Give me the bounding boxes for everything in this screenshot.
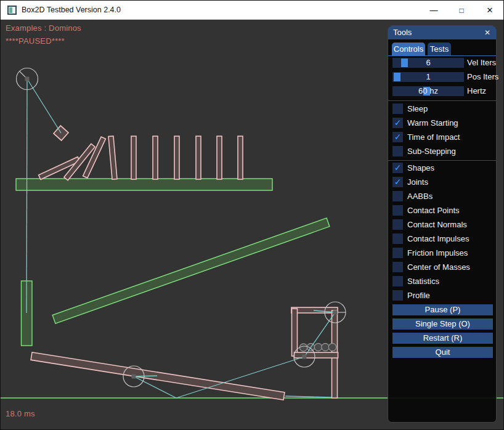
seesaw-plank[interactable] [31, 352, 285, 400]
checkbox-label: Center of Masses [407, 262, 470, 272]
slider-row-vel-iters: 6Vel Iters [388, 58, 496, 68]
app-window: Box2D Testbed Version 2.4.0 — □ ✕ [0, 0, 504, 430]
checkbox-box-sleep[interactable] [392, 103, 403, 114]
checkbox-box-sub-stepping[interactable] [392, 146, 403, 156]
anchor-seesaw [132, 375, 136, 379]
checkbox-box-time-of-impact[interactable]: ✓ [392, 132, 403, 142]
window-title: Box2D Testbed Version 2.4.0 [22, 6, 121, 14]
checkbox-box-center-of-masses[interactable] [392, 262, 403, 272]
window-titlebar[interactable]: Box2D Testbed Version 2.4.0 — □ ✕ [1, 1, 503, 20]
checkbox-box-contact-points[interactable] [392, 205, 403, 216]
checkbox-box-profile[interactable] [392, 290, 403, 301]
slider-label: Hertz [467, 86, 486, 96]
ball-4[interactable] [322, 343, 329, 351]
app-icon [7, 6, 17, 15]
checkbox-box-shapes[interactable]: ✓ [392, 163, 403, 173]
button-restart-r[interactable]: Restart (R) [392, 333, 493, 344]
joint-pendulum-box [27, 79, 61, 133]
domino-7[interactable] [238, 136, 243, 179]
checkbox-joints[interactable]: ✓Joints [388, 177, 496, 188]
simulation-canvas[interactable]: Examples : Dominos ****PAUSED**** 18.0 m… [1, 20, 504, 430]
checkbox-box-contact-normals[interactable] [392, 219, 403, 230]
slider-label: Vel Iters [467, 58, 496, 68]
slider-row-hertz: 60 hzHertz [388, 86, 496, 97]
checkbox-time-of-impact[interactable]: ✓Time of Impact [388, 132, 496, 143]
checkbox-label: Contact Points [407, 206, 460, 215]
tools-panel-titlebar[interactable]: Tools ✕ [388, 26, 496, 39]
domino-4[interactable] [174, 136, 179, 179]
checkbox-label: Contact Impulses [407, 234, 469, 243]
tools-panel-title: Tools [393, 28, 412, 37]
tools-panel: Tools ✕ Controls Tests 6Vel Iters1Pos It… [388, 25, 497, 423]
slider-hertz[interactable]: 60 hz [392, 86, 464, 96]
slider-value: 60 hz [392, 86, 464, 96]
anchor-top-left [25, 77, 30, 81]
checkbox-box-joints[interactable]: ✓ [392, 177, 403, 187]
checkbox-statistics[interactable]: Statistics [388, 276, 496, 287]
slider-value: 1 [392, 72, 464, 82]
checkbox-box-statistics[interactable] [392, 276, 403, 286]
domino-2[interactable] [131, 136, 136, 179]
ball-1[interactable] [299, 344, 307, 351]
domino-1[interactable] [108, 136, 117, 179]
checkbox-box-contact-impulses[interactable] [392, 233, 403, 244]
slider-row-pos-iters: 1Pos Iters [388, 72, 496, 83]
slider-label: Pos Iters [467, 72, 498, 82]
domino-6[interactable] [217, 136, 222, 179]
joint-pendulum-long [26, 79, 27, 313]
checkbox-warm-starting[interactable]: ✓Warm Starting [388, 118, 496, 129]
checkbox-friction-impulses[interactable]: Friction Impulses [388, 248, 496, 259]
anchor-frame-top [333, 310, 338, 315]
frame-shelf[interactable] [295, 352, 338, 358]
button-pause-p[interactable]: Pause (P) [392, 304, 493, 315]
joint-plank-post [285, 396, 331, 397]
checkbox-label: Profile [407, 291, 430, 300]
checkbox-profile[interactable]: Profile [388, 290, 496, 301]
separator [388, 100, 496, 101]
separator [388, 160, 496, 161]
green-platform [16, 179, 272, 190]
maximize-button[interactable]: □ [452, 3, 471, 18]
slider-vel-iters[interactable]: 6 [392, 58, 464, 68]
checkbox-contact-impulses[interactable]: Contact Impulses [388, 233, 496, 245]
close-button[interactable]: ✕ [480, 3, 500, 18]
checkbox-label: Statistics [407, 277, 439, 286]
slider-pos-iters[interactable]: 1 [392, 72, 464, 82]
checkbox-sleep[interactable]: Sleep [388, 103, 496, 115]
tab-controls[interactable]: Controls [392, 43, 425, 55]
domino-3[interactable] [153, 136, 158, 179]
tab-underline [388, 55, 496, 56]
checkbox-label: AABBs [407, 192, 433, 201]
checkbox-contact-normals[interactable]: Contact Normals [388, 219, 496, 230]
green-angled-plank[interactable] [52, 218, 330, 323]
tools-close-icon[interactable]: ✕ [482, 27, 493, 38]
checkbox-shapes[interactable]: ✓Shapes [388, 163, 496, 174]
button-quit[interactable]: Quit [392, 347, 493, 358]
tab-tests[interactable]: Tests [428, 43, 451, 55]
checkbox-box-friction-impulses[interactable] [392, 248, 403, 258]
anchor-frame-bottom [303, 355, 307, 359]
checkbox-center-of-masses[interactable]: Center of Masses [388, 262, 496, 273]
checkbox-label: Joints [407, 177, 428, 187]
example-label: Examples : Dominos [6, 23, 81, 33]
checkbox-label: Sub-Stepping [407, 147, 456, 156]
checkbox-label: Contact Normals [407, 220, 467, 229]
checkbox-label: Shapes [407, 163, 434, 172]
paused-label: ****PAUSED**** [6, 36, 65, 46]
button-single-step-o[interactable]: Single Step (O) [392, 318, 493, 330]
checkbox-box-warm-starting[interactable]: ✓ [392, 118, 403, 128]
ball-3[interactable] [314, 343, 322, 351]
checkbox-contact-points[interactable]: Contact Points [388, 205, 496, 216]
minimize-button[interactable]: — [424, 3, 444, 18]
checkbox-label: Time of Impact [407, 132, 460, 142]
frame-left-post[interactable] [292, 309, 298, 356]
checkbox-label: Friction Impulses [407, 248, 468, 258]
checkbox-sub-stepping[interactable]: Sub-Stepping [388, 146, 496, 157]
slider-value: 6 [392, 58, 464, 68]
domino-5[interactable] [196, 136, 201, 179]
checkbox-aabbs[interactable]: AABBs [388, 191, 496, 202]
checkbox-box-aabbs[interactable] [392, 191, 403, 201]
checkbox-label: Warm Starting [407, 118, 458, 128]
ball-5[interactable] [328, 343, 336, 351]
checkbox-label: Sleep [407, 104, 428, 113]
